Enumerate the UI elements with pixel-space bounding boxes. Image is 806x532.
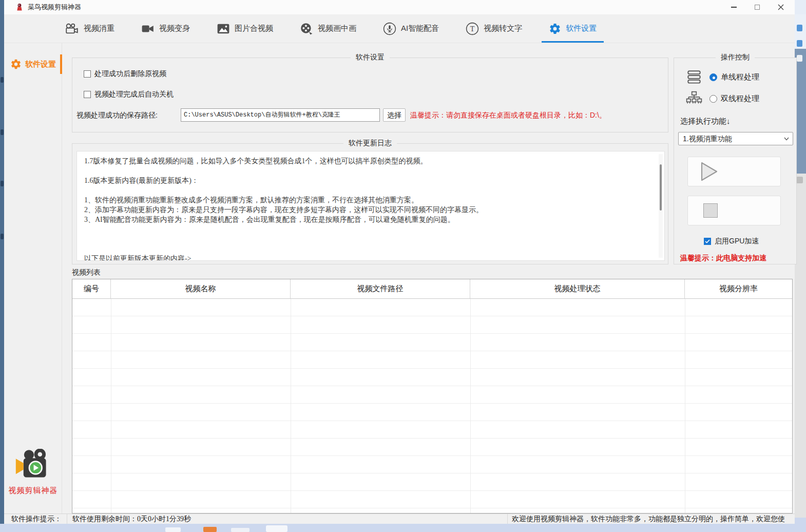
column-header-name[interactable]: 视频名称	[111, 279, 291, 298]
play-icon	[700, 161, 719, 182]
app-logo-icon	[15, 3, 24, 11]
minimize-button[interactable]	[722, 0, 745, 14]
column-divider	[470, 299, 471, 513]
taskbar-icon-fragment	[231, 528, 250, 532]
mic-icon	[383, 22, 396, 35]
tab-label: AI智能配音	[401, 24, 439, 33]
tab-label: 软件设置	[566, 24, 597, 33]
background-window-left-sliver	[0, 0, 4, 532]
movie-camera-logo-icon	[14, 449, 53, 481]
taskbar-icon-fragment	[165, 527, 181, 532]
status-bar: 软件操作提示： 软件使用剩余时间：0天0小时1分39秒 欢迎使用视频剪辑神器，软…	[4, 514, 795, 524]
stop-button[interactable]	[687, 196, 781, 225]
save-path-input[interactable]: C:\Users\ASUS\Desktop\自动剪辑软件+教程\克隆王	[181, 108, 380, 122]
choose-path-button[interactable]: 选择	[383, 108, 406, 122]
movie-camera-icon	[65, 23, 79, 35]
app-logo: 视频剪辑神器	[4, 449, 62, 496]
function-dropdown[interactable]: 1.视频消重功能	[678, 132, 793, 145]
checkbox-label: 启用GPU加速	[715, 237, 759, 246]
checkbox-checked-icon	[704, 238, 711, 245]
desktop-icon-fragment	[1, 234, 4, 239]
update-log-text: 1.7版本修复了批量合成视频的问题，比如导入多个美女类型视频合成1个，这样也可以…	[84, 156, 657, 261]
radio-selected-icon	[709, 73, 717, 81]
tab-image-to-video[interactable]: 图片合视频	[217, 14, 273, 43]
status-remaining-time: 软件使用剩余时间：0天0小时1分39秒	[67, 514, 508, 524]
sidebar: 软件设置 视频剪辑神器	[4, 43, 62, 514]
film-reel-icon	[300, 23, 313, 35]
save-path-label: 视频处理成功的保存路径:	[76, 111, 158, 120]
tab-video-dedup[interactable]: 视频消重	[65, 14, 114, 43]
settings-group-title: 软件设置	[351, 53, 390, 62]
main-nav: 视频消重 视频变身 图片合视频 视频画中画	[4, 14, 795, 43]
control-panel-group: 操作控制 单线程处理 双线程处理 选择执行功能↓ 1.视	[674, 58, 797, 264]
tab-label: 视频转文字	[484, 24, 522, 33]
radio-label: 单线程处理	[721, 72, 759, 82]
active-indicator-bar	[60, 54, 62, 74]
dual-thread-icon	[685, 90, 703, 107]
tab-video-to-text[interactable]: T 视频转文字	[466, 14, 522, 43]
desktop-icon-fragment	[1, 129, 4, 135]
delete-original-checkbox[interactable]: 处理成功后删除原视频	[84, 69, 166, 79]
maximize-icon	[755, 5, 760, 10]
log-scrollbar[interactable]	[659, 154, 663, 258]
text-fragment	[797, 25, 802, 31]
table-body-empty	[72, 299, 792, 513]
dropdown-value: 1.视频消重功能	[683, 135, 732, 143]
update-log-box: 1.7版本修复了批量合成视频的问题，比如导入多个美女类型视频合成1个，这样也可以…	[76, 151, 665, 261]
tab-picture-in-picture[interactable]: 视频画中画	[300, 14, 356, 43]
maximize-button[interactable]	[745, 0, 769, 14]
status-welcome-text: 欢迎使用视频剪辑神器，软件功能非常多，功能都是独立分明的，操作简单，欢迎您使	[508, 514, 795, 524]
checkbox-unchecked-icon	[84, 70, 91, 78]
column-divider	[291, 299, 291, 513]
gpu-acceleration-checkbox[interactable]: 启用GPU加速	[704, 237, 759, 246]
table-header-row: 编号 视频名称 视频文件路径 视频处理状态 视频分辨率	[72, 279, 792, 299]
video-list-table: 编号 视频名称 视频文件路径 视频处理状态 视频分辨率	[72, 279, 793, 514]
update-log-group: 软件更新日志 1.7版本修复了批量合成视频的问题，比如导入多个美女类型视频合成1…	[72, 143, 668, 264]
auto-shutdown-checkbox[interactable]: 视频处理完成后自动关机	[84, 90, 174, 99]
single-thread-icon	[685, 68, 703, 86]
radio-unselected-icon	[709, 95, 717, 103]
dual-thread-radio[interactable]: 双线程处理	[685, 90, 759, 107]
sidebar-item-settings[interactable]: 软件设置	[10, 55, 60, 73]
checkbox-label: 视频处理完成后自动关机	[94, 90, 174, 99]
tab-label: 图片合视频	[235, 24, 273, 33]
minimize-icon	[731, 7, 737, 8]
close-icon	[778, 4, 784, 10]
single-thread-radio[interactable]: 单线程处理	[685, 68, 759, 86]
text-t-icon: T	[466, 22, 479, 35]
radio-label: 双线程处理	[721, 94, 759, 104]
right-sliver-light	[795, 14, 806, 49]
select-function-label: 选择执行功能↓	[680, 117, 731, 126]
stop-icon	[703, 203, 718, 218]
gear-icon	[10, 59, 22, 70]
save-path-warning: 温馨提示：请勿直接保存在桌面或者硬盘根目录，比如：D:\。	[410, 111, 606, 120]
close-button[interactable]	[769, 0, 793, 14]
column-header-id[interactable]: 编号	[72, 279, 111, 298]
right-sliver-top	[795, 0, 806, 14]
logo-text: 视频剪辑神器	[4, 486, 62, 496]
log-scrollbar-thumb[interactable]	[660, 164, 662, 211]
start-button[interactable]	[687, 157, 781, 186]
text-fragment	[797, 40, 802, 47]
control-panel-title: 操作控制	[716, 53, 755, 62]
videocam-icon	[141, 23, 155, 34]
desktop-icon-fragment	[1, 77, 4, 83]
gpu-hint-text: 温馨提示：此电脑支持加速	[680, 254, 766, 263]
tab-software-settings[interactable]: 软件设置	[549, 14, 597, 43]
tab-video-transform[interactable]: 视频变身	[141, 14, 190, 43]
column-divider	[111, 299, 111, 513]
window-title: 菜鸟视频剪辑神器	[28, 3, 81, 12]
column-header-resolution[interactable]: 视频分辨率	[685, 279, 792, 298]
sidebar-item-label: 软件设置	[25, 60, 56, 69]
tab-ai-voiceover[interactable]: AI智能配音	[383, 14, 439, 43]
checkbox-unchecked-icon	[84, 91, 91, 98]
column-header-status[interactable]: 视频处理状态	[470, 279, 685, 298]
titlebar: 菜鸟视频剪辑神器	[4, 0, 795, 14]
chevron-down-icon	[784, 137, 789, 141]
update-log-title: 软件更新日志	[343, 139, 397, 148]
tab-label: 视频变身	[159, 24, 190, 33]
taskbar-sliver	[0, 524, 806, 532]
desktop-icon-fragment	[1, 181, 4, 186]
column-header-path[interactable]: 视频文件路径	[291, 279, 470, 298]
text-fragment	[796, 177, 803, 183]
